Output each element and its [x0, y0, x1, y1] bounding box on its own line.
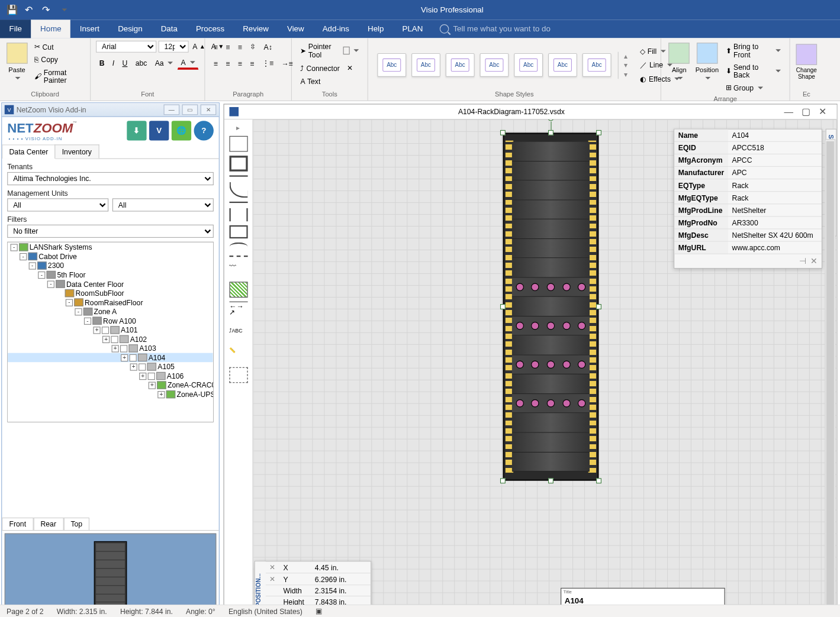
drawing-canvas[interactable]: Title A104 SIZE ECD # APPNZDC SCALE1:1 D… — [253, 119, 836, 617]
preview-tab-rear[interactable]: Rear — [33, 518, 63, 530]
change-shape-button[interactable]: Change Shape — [795, 41, 818, 84]
shape-style-2[interactable]: Abc — [411, 53, 440, 77]
shape-hatch-icon[interactable] — [229, 282, 247, 298]
tree-item-a103[interactable]: +A103 — [8, 344, 213, 353]
filters-select[interactable]: No filter — [7, 225, 214, 238]
format-painter-button[interactable]: 🖌Format Painter — [31, 66, 85, 86]
align-bottom-button[interactable]: ≡ — [234, 41, 245, 53]
tree-item-row-a100[interactable]: -Row A100 — [8, 316, 213, 325]
vertical-scrollbar[interactable] — [825, 139, 835, 617]
shape-arcm-icon[interactable]: ⤴ABC — [229, 328, 247, 344]
help-icon[interactable]: ? — [194, 121, 214, 140]
tree-item-2300[interactable]: -2300 — [8, 261, 213, 270]
tenants-select[interactable]: Altima Technologies Inc. — [7, 172, 214, 185]
tab-plan[interactable]: PLAN — [393, 20, 432, 38]
mgmt-unit-2-select[interactable]: All — [112, 198, 214, 211]
bring-to-front-button[interactable]: ⬆Bring to Front — [722, 41, 784, 60]
status-language[interactable]: English (United States) — [228, 607, 302, 615]
paste-button[interactable]: Paste — [5, 41, 28, 84]
resize-handle[interactable] — [596, 130, 601, 135]
doc-maximize-button[interactable]: ▢ — [797, 106, 815, 117]
pointer-tool-button[interactable]: ➤Pointer Tool — [297, 41, 362, 60]
tree-item-roomsubfloor[interactable]: RoomSubFloor — [8, 288, 213, 298]
preview-tab-top[interactable]: Top — [63, 518, 89, 530]
shape-select-icon[interactable] — [229, 367, 247, 383]
shape-style-4[interactable]: Abc — [480, 53, 509, 77]
tree-item-a101[interactable]: +A101 — [8, 325, 213, 335]
minimize-button[interactable]: — — [163, 105, 179, 115]
rack-a104-shape[interactable] — [503, 133, 598, 480]
shape-t-icon[interactable] — [229, 202, 247, 204]
redo-icon[interactable]: ↷ — [40, 4, 53, 17]
close-icon[interactable]: ✕ — [810, 256, 818, 266]
tab-process[interactable]: Process — [186, 20, 233, 38]
align-left-button[interactable]: ≡ — [210, 57, 221, 70]
align-center-button[interactable]: ≡ — [223, 57, 233, 70]
shape-line-icon[interactable] — [229, 175, 247, 177]
doc-minimize-button[interactable]: — — [780, 106, 797, 117]
tab-home[interactable]: Home — [31, 20, 71, 38]
change-case-button[interactable]: Aa — [152, 56, 176, 69]
resize-handle[interactable] — [548, 130, 553, 135]
doc-close-button[interactable]: ✕ — [815, 106, 832, 117]
preview-tab-front[interactable]: Front — [2, 518, 33, 530]
tree-item-cabot-drive[interactable]: -Cabot Drive — [8, 251, 213, 261]
shape-style-3[interactable]: Abc — [446, 53, 475, 77]
shape-dash-icon[interactable] — [229, 256, 247, 258]
tree-item-zonea-crac001[interactable]: +ZoneA-CRAC001 — [8, 380, 213, 390]
tree-item-a106[interactable]: +A106 — [8, 371, 213, 380]
shape-ruler-icon[interactable]: 📏 — [229, 347, 247, 363]
resize-handle[interactable] — [548, 478, 553, 483]
line-spacing-button[interactable]: ⇳ — [247, 41, 259, 53]
align-top-button[interactable]: ≡ — [210, 41, 221, 53]
qat-customize[interactable] — [56, 4, 69, 17]
shape-measure-icon[interactable]: ←→ — [229, 302, 247, 304]
mgmt-unit-1-select[interactable]: All — [7, 198, 108, 211]
tree-item-lanshark-systems[interactable]: -LANShark Systems — [8, 243, 213, 252]
datacenter-tab[interactable]: Data Center — [2, 144, 55, 159]
tree-item-data-center-floor[interactable]: -Data Center Floor — [8, 279, 213, 289]
shape-style-5[interactable]: Abc — [514, 53, 543, 77]
align-right-button[interactable]: ≡ — [234, 57, 245, 70]
strikethrough-button[interactable]: abc — [132, 56, 150, 69]
underline-button[interactable]: U — [119, 56, 131, 69]
font-color-button[interactable]: A — [178, 56, 198, 69]
tree-item-roomraisedfloor[interactable]: -RoomRaisedFloor — [8, 298, 213, 307]
connector-tool-button[interactable]: ⤴Connector✕ — [297, 62, 356, 74]
shape-style-6[interactable]: Abc — [548, 53, 577, 77]
tree-item-zone-a[interactable]: -Zone A — [8, 307, 213, 316]
shape-wave-icon[interactable]: 〰 — [229, 262, 247, 278]
globe-icon[interactable]: 🌐 — [172, 121, 191, 140]
tree-item-zonea-ups-1[interactable]: +ZoneA-UPS-1 — [8, 389, 213, 399]
export-icon[interactable]: ⬇ — [127, 121, 146, 140]
tab-data[interactable]: Data — [152, 20, 186, 38]
resize-handle[interactable] — [500, 130, 506, 135]
tab-review[interactable]: Review — [234, 20, 278, 38]
resize-handle[interactable] — [596, 304, 601, 309]
rotate-handle[interactable] — [548, 119, 554, 121]
tree-item-a105[interactable]: +A105 — [8, 362, 213, 372]
text-direction-button[interactable]: A↕ — [260, 41, 275, 53]
font-name-select[interactable]: Arial — [96, 41, 156, 53]
undo-icon[interactable]: ↶ — [22, 4, 36, 17]
italic-button[interactable]: I — [109, 56, 118, 69]
align-button[interactable]: Align — [667, 41, 692, 84]
visio-export-icon[interactable]: V — [149, 121, 169, 140]
tab-help[interactable]: Help — [358, 20, 393, 38]
resize-handle[interactable] — [500, 478, 506, 483]
align-middle-button[interactable]: ≡ — [223, 41, 233, 53]
cut-button[interactable]: ✂Cut — [31, 41, 85, 53]
shape-corner-icon[interactable] — [229, 208, 247, 221]
tree-item-a102[interactable]: +A102 — [8, 334, 213, 344]
shape-curve-icon[interactable] — [229, 243, 247, 252]
shape-angle-icon[interactable]: ↗ — [229, 308, 247, 324]
group-button[interactable]: ⊞Group — [722, 82, 784, 94]
justify-button[interactable]: ≡ — [247, 57, 258, 70]
save-icon[interactable]: 💾 — [5, 4, 18, 17]
tree-item-a104[interactable]: +A104 — [8, 353, 213, 362]
tab-file[interactable]: File — [0, 20, 31, 38]
close-button[interactable]: ✕ — [201, 105, 217, 115]
shape-style-7[interactable]: Abc — [582, 53, 612, 77]
shape-arc-icon[interactable] — [229, 182, 247, 198]
tab-design[interactable]: Design — [109, 20, 152, 38]
